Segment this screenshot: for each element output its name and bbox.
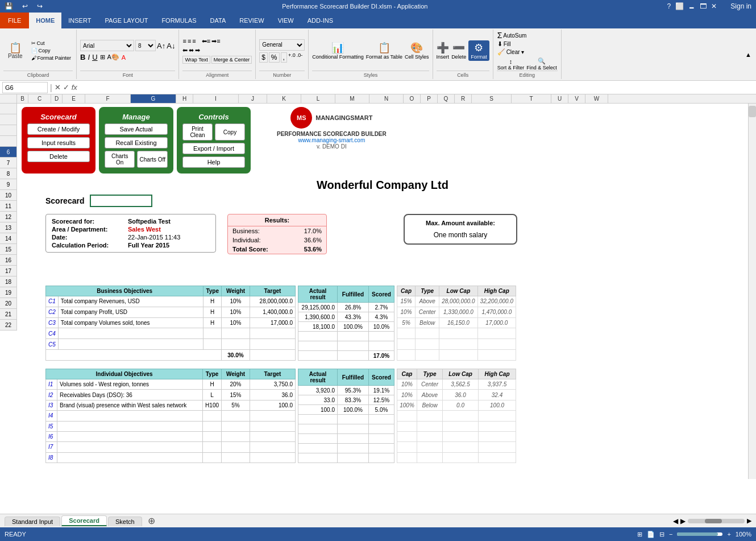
scrollbar-thumb[interactable] bbox=[749, 106, 756, 117]
insert-function-icon[interactable]: fx bbox=[72, 83, 77, 92]
paste-button[interactable]: 📋 Paste bbox=[3, 34, 27, 68]
window-controls[interactable]: ? ⬜ 🗕 🗖 ✕ Sign in bbox=[667, 2, 751, 10]
col-header-g[interactable]: G bbox=[131, 94, 176, 103]
col-header-s[interactable]: S bbox=[472, 94, 512, 103]
delete-cells-button[interactable]: ➖ Delete bbox=[451, 42, 466, 60]
sign-in[interactable]: Sign in bbox=[730, 2, 751, 10]
bold-button[interactable]: B bbox=[80, 53, 85, 61]
autosum-label[interactable]: AutoSum bbox=[503, 32, 526, 39]
col-header-e[interactable]: E bbox=[63, 94, 85, 103]
quick-save-icon[interactable]: 💾 bbox=[5, 2, 13, 10]
help-icon[interactable]: ? bbox=[667, 2, 671, 10]
align-right-icon[interactable]: ➡ bbox=[195, 47, 200, 54]
align-center-icon[interactable]: ⬌ bbox=[189, 47, 194, 54]
format-cells-button[interactable]: ⚙ Format bbox=[468, 40, 489, 61]
col-header-k[interactable]: K bbox=[267, 94, 301, 103]
currency-button[interactable]: $ bbox=[259, 52, 268, 63]
col-header-i[interactable]: I bbox=[193, 94, 239, 103]
redo-icon[interactable]: ↪ bbox=[37, 2, 43, 10]
tab-page-layout[interactable]: PAGE LAYOUT bbox=[98, 13, 155, 28]
increase-font-icon[interactable]: A↑ bbox=[157, 42, 165, 50]
logo-url[interactable]: www.managing-smart.com bbox=[298, 137, 365, 143]
format-painter-button[interactable]: 🖌 Format Painter bbox=[30, 55, 73, 61]
scorecard-input[interactable] bbox=[90, 195, 152, 207]
tab-data[interactable]: DATA bbox=[203, 13, 233, 28]
underline-button[interactable]: U bbox=[92, 53, 97, 61]
fill-color-button[interactable]: A🎨 bbox=[107, 53, 119, 61]
align-top-left-icon[interactable]: ≡ bbox=[182, 38, 186, 45]
fill-label[interactable]: Fill bbox=[504, 41, 511, 47]
find-select-button[interactable]: 🔍 Find & Select bbox=[526, 57, 557, 71]
vertical-scrollbar[interactable] bbox=[748, 104, 756, 479]
col-header-d[interactable]: D bbox=[51, 94, 63, 103]
copy-button[interactable]: 📄 Copy bbox=[30, 47, 73, 54]
col-header-u[interactable]: U bbox=[551, 94, 568, 103]
italic-button[interactable]: I bbox=[88, 53, 90, 61]
col-header-w[interactable]: W bbox=[585, 94, 608, 103]
col-header-l[interactable]: L bbox=[301, 94, 335, 103]
delete-button[interactable]: Delete bbox=[27, 151, 90, 162]
sort-filter-button[interactable]: ↕ Sort & Filter bbox=[497, 58, 525, 71]
tab-review[interactable]: REVIEW bbox=[232, 13, 271, 28]
col-header-h[interactable]: H bbox=[176, 94, 193, 103]
indent-decrease-icon[interactable]: ⬅≡ bbox=[202, 38, 210, 45]
comma-button[interactable]: , bbox=[281, 52, 287, 63]
create-modify-button[interactable]: Create / Modify bbox=[27, 123, 90, 135]
align-top-right-icon[interactable]: ≡ bbox=[192, 38, 196, 45]
col-header-b[interactable]: B bbox=[17, 94, 28, 103]
col-header-p[interactable]: P bbox=[421, 94, 438, 103]
spreadsheet-main-content[interactable]: Scorecard Create / Modify Input results … bbox=[17, 104, 748, 479]
maximize-icon[interactable]: 🗖 bbox=[700, 2, 707, 10]
merge-center-button[interactable]: Merge & Center bbox=[211, 56, 252, 64]
print-clean-button[interactable]: Print Clean bbox=[182, 123, 213, 141]
col-header-v[interactable]: V bbox=[568, 94, 585, 103]
col-header-m[interactable]: M bbox=[335, 94, 369, 103]
conditional-formatting-button[interactable]: 📊 Conditional Formatting bbox=[312, 42, 364, 60]
col-header-r[interactable]: R bbox=[455, 94, 472, 103]
font-size-select[interactable]: 8 bbox=[135, 40, 156, 51]
cut-button[interactable]: ✂ Cut bbox=[30, 40, 73, 47]
export-import-button[interactable]: Export / Import bbox=[182, 143, 245, 154]
charts-off-button[interactable]: Charts Off bbox=[137, 151, 167, 168]
tab-home[interactable]: HOME bbox=[29, 13, 61, 28]
indent-increase-icon[interactable]: ➡≡ bbox=[211, 38, 220, 45]
wrap-text-button[interactable]: Wrap Text bbox=[182, 56, 210, 64]
recall-existing-button[interactable]: Recall Existing bbox=[105, 137, 168, 148]
align-top-center-icon[interactable]: ≡ bbox=[188, 38, 191, 45]
tab-addins[interactable]: ADD-INS bbox=[301, 13, 340, 28]
col-header-n[interactable]: N bbox=[369, 94, 404, 103]
formula-input[interactable] bbox=[80, 84, 754, 91]
cell-reference-box[interactable] bbox=[2, 82, 48, 93]
align-left-icon[interactable]: ⬅ bbox=[182, 47, 188, 54]
restore-icon[interactable]: ⬜ bbox=[675, 2, 684, 10]
close-icon[interactable]: ✕ bbox=[711, 2, 717, 10]
input-results-button[interactable]: Input results bbox=[27, 137, 90, 148]
tab-file[interactable]: FILE bbox=[0, 13, 29, 28]
collapse-ribbon-icon[interactable]: ▲ bbox=[745, 30, 756, 79]
decimal-decrease-button[interactable]: .0- bbox=[297, 52, 303, 63]
insert-button[interactable]: ➕ Insert bbox=[437, 42, 450, 60]
number-format-select[interactable]: General bbox=[259, 39, 305, 51]
controls-copy-button[interactable]: Copy bbox=[215, 123, 245, 141]
col-header-c[interactable]: C bbox=[28, 94, 51, 103]
format-as-table-button[interactable]: 📋 Format as Table bbox=[366, 42, 402, 60]
minimize-icon[interactable]: 🗕 bbox=[688, 2, 695, 10]
col-header-t[interactable]: T bbox=[512, 94, 551, 103]
save-actual-button[interactable]: Save Actual bbox=[105, 123, 168, 135]
percent-button[interactable]: % bbox=[269, 52, 280, 63]
col-header-f[interactable]: F bbox=[85, 94, 131, 103]
confirm-formula-icon[interactable]: ✓ bbox=[63, 83, 69, 92]
charts-on-button[interactable]: Charts On bbox=[105, 151, 135, 168]
tab-insert[interactable]: INSERT bbox=[61, 13, 98, 28]
font-color-button[interactable]: A bbox=[122, 54, 126, 61]
tab-formulas[interactable]: FORMULAS bbox=[155, 13, 203, 28]
decrease-font-icon[interactable]: A↓ bbox=[167, 42, 175, 50]
col-header-j[interactable]: J bbox=[239, 94, 267, 103]
cell-styles-button[interactable]: 🎨 Cell Styles bbox=[405, 42, 429, 60]
col-header-o[interactable]: O bbox=[404, 94, 421, 103]
col-header-q[interactable]: Q bbox=[438, 94, 455, 103]
help-button[interactable]: Help bbox=[182, 156, 245, 168]
cancel-formula-icon[interactable]: ✕ bbox=[55, 83, 61, 92]
clear-label[interactable]: Clear ▾ bbox=[506, 49, 525, 55]
border-button[interactable]: ⊞ bbox=[100, 53, 105, 61]
